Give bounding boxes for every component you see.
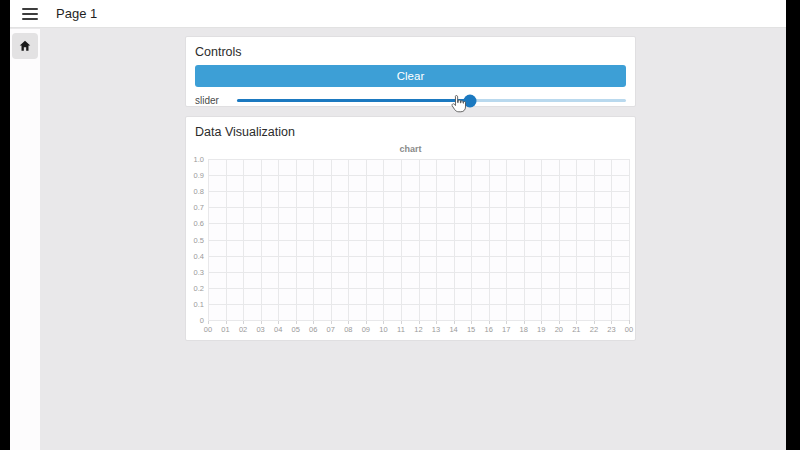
gridline-horizontal [208, 223, 629, 224]
gridline-horizontal [208, 320, 629, 321]
gridline-horizontal [208, 304, 629, 305]
gridline-horizontal [208, 207, 629, 208]
x-tick-label: 00 [625, 325, 633, 334]
x-tick-label: 07 [327, 325, 335, 334]
controls-card: Controls Clear slider [185, 36, 636, 107]
app-window: Page 1 Controls Clear slider [10, 0, 786, 450]
x-tick-label: 00 [204, 325, 212, 334]
gridline-horizontal [208, 240, 629, 241]
plot-area [208, 159, 629, 320]
x-axis-labels: 0001020304050607080910111213141516171819… [208, 325, 629, 337]
main-area: Controls Clear slider Data Visualization [40, 29, 786, 450]
visualization-card-title: Data Visualization [195, 125, 626, 139]
x-tick-label: 08 [344, 325, 352, 334]
x-tick-label: 22 [590, 325, 598, 334]
gridline-horizontal [208, 175, 629, 176]
gridline-horizontal [208, 191, 629, 192]
slider-fill [237, 99, 470, 102]
x-tick-label: 02 [239, 325, 247, 334]
y-tick-label: 0.7 [194, 203, 204, 212]
x-tick-label: 11 [397, 325, 405, 334]
x-tick-label: 19 [537, 325, 545, 334]
y-tick-label: 0.3 [194, 267, 204, 276]
slider-row: slider [195, 95, 626, 106]
y-axis-labels: 1.00.90.80.70.60.50.40.30.20.10 [186, 159, 206, 320]
x-tick-label: 14 [449, 325, 457, 334]
screen: Page 1 Controls Clear slider [0, 0, 800, 450]
gridline-horizontal [208, 256, 629, 257]
page-title: Page 1 [56, 6, 97, 21]
gridline-vertical [629, 159, 630, 320]
x-tick-label: 06 [309, 325, 317, 334]
y-tick-label: 0 [200, 316, 204, 325]
clear-button[interactable]: Clear [195, 65, 626, 87]
y-tick-label: 0.5 [194, 235, 204, 244]
content-area: Controls Clear slider Data Visualization [10, 29, 786, 450]
gridline-horizontal [208, 159, 629, 160]
x-tick-label: 21 [572, 325, 580, 334]
home-button[interactable] [12, 33, 38, 59]
x-tick-label: 23 [607, 325, 615, 334]
y-tick-label: 0.9 [194, 171, 204, 180]
home-icon [18, 39, 32, 53]
y-tick-label: 0.2 [194, 283, 204, 292]
y-tick-label: 0.1 [194, 299, 204, 308]
x-tick-label: 10 [379, 325, 387, 334]
slider-track[interactable] [237, 99, 626, 102]
x-tick-label: 05 [292, 325, 300, 334]
x-tick-label: 20 [555, 325, 563, 334]
x-tick-label: 12 [414, 325, 422, 334]
y-tick-label: 0.4 [194, 251, 204, 260]
x-tick-label: 09 [362, 325, 370, 334]
gridline-horizontal [208, 288, 629, 289]
x-tick-label: 04 [274, 325, 282, 334]
y-tick-label: 0.6 [194, 219, 204, 228]
slider-label: slider [195, 95, 227, 106]
x-tick-label: 18 [520, 325, 528, 334]
x-tick-label: 17 [502, 325, 510, 334]
slider-thumb[interactable] [464, 94, 477, 107]
y-tick-label: 1.0 [194, 155, 204, 164]
x-tick-label: 16 [484, 325, 492, 334]
controls-card-title: Controls [195, 45, 626, 59]
x-tick-label: 03 [256, 325, 264, 334]
menu-icon[interactable] [22, 8, 38, 20]
x-tick-mark [629, 320, 630, 324]
x-tick-label: 15 [467, 325, 475, 334]
gridline-horizontal [208, 272, 629, 273]
app-header: Page 1 [10, 0, 786, 28]
x-tick-label: 13 [432, 325, 440, 334]
chart-title: chart [186, 144, 635, 154]
x-tick-label: 01 [221, 325, 229, 334]
visualization-card: Data Visualization chart 1.00.90.80.70.6… [185, 116, 636, 341]
sidebar [10, 29, 40, 450]
y-tick-label: 0.8 [194, 187, 204, 196]
